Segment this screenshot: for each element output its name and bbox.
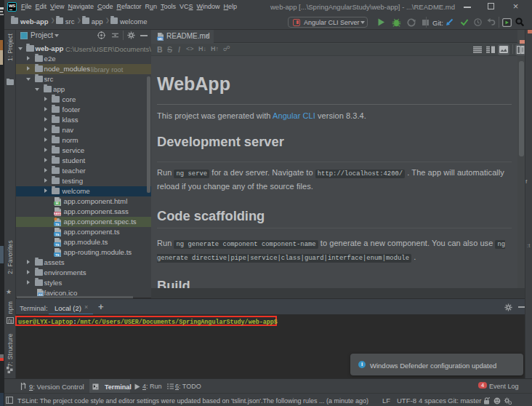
svg-text:TS: TS (55, 222, 60, 226)
svg-text:TS: TS (55, 232, 60, 236)
svg-text:SASS: SASS (54, 212, 61, 215)
svg-text:H: H (56, 201, 59, 205)
svg-text:TS: TS (55, 252, 60, 256)
svg-text:TS: TS (55, 242, 60, 246)
svg-text:MD: MD (158, 36, 162, 40)
